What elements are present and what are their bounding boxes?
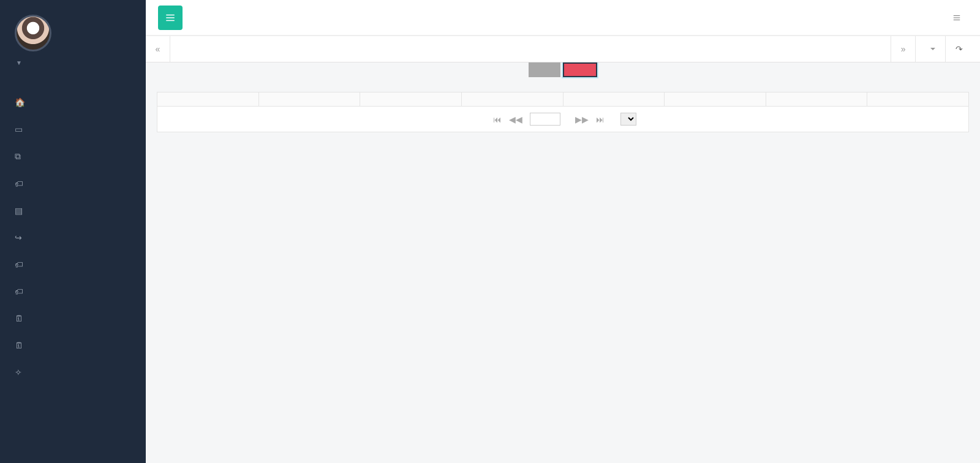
nav-roles[interactable]: 🏷: [0, 170, 146, 197]
col-ops[interactable]: [867, 92, 969, 107]
puzzle-icon: ✧: [15, 367, 24, 377]
logout-icon: ↷: [956, 44, 963, 54]
nav-login-log[interactable]: 🏷: [0, 251, 146, 278]
logout-button[interactable]: ↷: [945, 36, 980, 62]
tab-scroll-right-button[interactable]: »: [891, 36, 915, 62]
tabs-container: [170, 36, 891, 62]
sidebar: 🏠 ▭ ⧉ 🏷 ▤ ↪ 🏷 🏷 🗓 🗓 ✧: [0, 0, 146, 463]
avatar-wrap: [0, 0, 146, 56]
copy-icon: ⧉: [15, 151, 24, 162]
calendar-icon: 🗓: [15, 341, 24, 350]
nav-users[interactable]: ▭: [0, 116, 146, 143]
nav-notify[interactable]: ↪: [0, 224, 146, 251]
sidebar-toggle-button[interactable]: [158, 6, 183, 30]
nav-leave[interactable]: 🗓: [0, 305, 146, 332]
avatar[interactable]: [15, 15, 51, 51]
sub-tab-apply[interactable]: [529, 62, 560, 77]
chevron-double-left-icon: «: [156, 44, 160, 54]
pager: ⏮ ◀◀ ▶▶ ⏭: [157, 107, 969, 132]
col-reason[interactable]: [563, 92, 665, 107]
per-page-select[interactable]: [620, 113, 636, 126]
main: « » ↷: [146, 0, 980, 463]
nav-home[interactable]: 🏠: [0, 89, 146, 116]
calendar-icon: 🗓: [15, 314, 24, 323]
note-icon: ▤: [15, 206, 24, 216]
nav-dept[interactable]: ⧉: [0, 143, 146, 170]
tabs-row: « » ↷: [146, 36, 980, 62]
pager-prev-button[interactable]: ◀◀: [505, 113, 526, 126]
chevron-double-right-icon: »: [901, 44, 906, 54]
nav: 🏠 ▭ ⧉ 🏷 ▤ ↪ 🏷 🏷 🗓 🗓 ✧: [0, 89, 146, 386]
tag-icon: 🏷: [15, 287, 24, 296]
sub-tabs: [146, 62, 980, 77]
pager-next-button[interactable]: ▶▶: [571, 113, 592, 126]
col-apply[interactable]: [665, 92, 766, 107]
tag-icon: 🏷: [15, 260, 24, 269]
col-status[interactable]: [766, 92, 867, 107]
topbar-menu[interactable]: [952, 13, 968, 22]
pager-first-button[interactable]: ⏮: [489, 113, 505, 126]
hamburger-icon: [165, 12, 176, 23]
nav-features[interactable]: ✧: [0, 359, 146, 386]
content: ⏮ ◀◀ ▶▶ ⏭: [146, 62, 980, 463]
col-start[interactable]: [360, 92, 462, 107]
nav-op-log[interactable]: 🏷: [0, 278, 146, 305]
tag-icon: 🏷: [15, 179, 24, 189]
nav-leave-audit[interactable]: 🗓: [0, 332, 146, 359]
topbar: [146, 0, 980, 36]
user-role-dropdown[interactable]: [15, 58, 131, 67]
col-end[interactable]: [461, 92, 563, 107]
tab-scroll-left-button[interactable]: «: [146, 36, 170, 62]
page-input[interactable]: [530, 113, 560, 126]
user-block: [0, 56, 146, 77]
col-index: [157, 92, 259, 107]
pager-last-button[interactable]: ⏭: [592, 113, 608, 126]
leave-table: [157, 92, 969, 107]
nav-notes[interactable]: ▤: [0, 197, 146, 224]
table-wrap: ⏮ ◀◀ ▶▶ ⏭: [157, 92, 969, 132]
tab-actions: ↷: [915, 36, 980, 62]
list-icon: [952, 13, 962, 22]
sub-tab-records[interactable]: [563, 62, 597, 77]
share-icon: ↪: [15, 233, 24, 243]
close-ops-dropdown[interactable]: [915, 36, 945, 62]
col-type[interactable]: [258, 92, 360, 107]
home-icon: 🏠: [15, 97, 24, 107]
users-icon: ▭: [15, 124, 24, 134]
